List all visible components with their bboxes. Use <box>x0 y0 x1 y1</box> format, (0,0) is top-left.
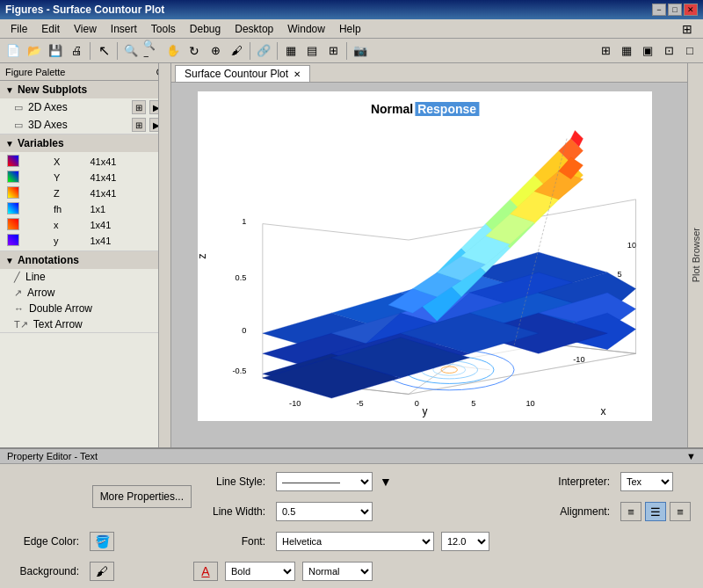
minimize-button[interactable]: − <box>652 4 666 16</box>
svg-text:0: 0 <box>415 399 419 408</box>
save-button[interactable]: 💾 <box>46 41 65 61</box>
var-x-icon <box>7 218 19 230</box>
layout2-button[interactable]: ▦ <box>617 41 636 61</box>
more-properties-button[interactable]: More Properties... <box>92 485 192 508</box>
plot-container: Normal Response y x z -10 -5 0 5 10 <box>198 91 652 421</box>
grid-button[interactable]: ⊞ <box>323 41 343 61</box>
figure-tabs: Surface Countour Plot ✕ <box>171 63 687 83</box>
select-button[interactable]: ↖ <box>94 41 113 61</box>
background-color-button[interactable]: 🖌 <box>90 562 114 581</box>
pan-button[interactable]: ✋ <box>163 41 183 61</box>
text-arrow-icon: T↗ <box>14 319 28 330</box>
var-row-X[interactable]: X 41x41 <box>4 154 167 170</box>
font-size-select[interactable]: 12.0 10.0 14.0 <box>441 532 489 551</box>
brush-button[interactable]: 🖌 <box>227 41 246 61</box>
paint-bucket-icon: 🪣 <box>95 534 110 548</box>
zoom-out-button[interactable]: 🔍− <box>142 41 162 61</box>
maximize-button[interactable]: □ <box>668 4 682 16</box>
var-row-x[interactable]: x 1x41 <box>4 217 167 233</box>
screenshot-button[interactable]: 📷 <box>351 41 370 61</box>
annotations-section: ▼ Annotations ╱ Line ↗ Arrow ↔ Double Ar… <box>0 251 170 333</box>
var-row-Y[interactable]: Y 41x41 <box>4 170 167 185</box>
svg-text:0: 0 <box>242 326 246 335</box>
3d-axes-item[interactable]: ▭ 3D Axes ⊞ ▶ <box>0 116 170 134</box>
menu-window[interactable]: Window <box>280 21 332 37</box>
double-arrow-item[interactable]: ↔ Double Arrow <box>0 301 170 316</box>
menu-edit[interactable]: Edit <box>34 21 67 37</box>
line-style-label: Line Style: <box>193 475 272 488</box>
menu-tools[interactable]: Tools <box>144 21 183 37</box>
separator-2 <box>117 42 118 60</box>
var-X-name: X <box>50 154 86 170</box>
open-button[interactable]: 📂 <box>25 41 44 61</box>
var-row-y[interactable]: y 1x41 <box>4 233 167 249</box>
align-left-button[interactable]: ≡ <box>620 502 641 521</box>
data-cursor-button[interactable]: ⊕ <box>206 41 225 61</box>
property-editor-header: Property Editor - Text ▼ <box>0 449 703 464</box>
layout5-button[interactable]: □ <box>680 41 699 61</box>
font-label: Font: <box>193 535 272 548</box>
variables-header[interactable]: ▼ Variables <box>0 134 170 152</box>
layout3-button[interactable]: ▣ <box>638 41 657 61</box>
interpreter-select[interactable]: Tex LaTeX None <box>620 472 673 491</box>
line-style-select[interactable]: —————— - - - - - · · · · · None <box>276 472 373 491</box>
3d-grid-icon[interactable]: ⊞ <box>132 118 146 132</box>
link-button[interactable]: 🔗 <box>254 41 273 61</box>
property-editor-body: Line Style: —————— - - - - - · · · · · N… <box>0 464 703 588</box>
line-icon: ╱ <box>14 272 20 283</box>
line-style-dropdown-icon[interactable]: ▼ <box>380 475 392 489</box>
var-row-Z[interactable]: Z 41x41 <box>4 185 167 201</box>
text-arrow-label: Text Arrow <box>33 318 83 330</box>
alignment-control: Alignment: ≡ ☰ ≡ <box>538 502 696 521</box>
font-color-button[interactable]: A <box>193 562 218 581</box>
new-subplots-header[interactable]: ▼ New Subplots <box>0 81 170 98</box>
figure-tab[interactable]: Surface Countour Plot ✕ <box>175 65 310 82</box>
2d-axes-label: 2D Axes <box>28 101 68 113</box>
var-fh-name: fh <box>50 201 86 217</box>
edge-color-button[interactable]: 🪣 <box>90 532 114 551</box>
plot-browser[interactable]: Plot Browser <box>687 63 703 447</box>
svg-text:x: x <box>601 405 606 417</box>
double-arrow-label: Double Arrow <box>29 302 92 315</box>
menu-desktop[interactable]: Desktop <box>228 21 280 37</box>
2d-axes-item[interactable]: ▭ 2D Axes ⊞ ▶ <box>0 98 170 116</box>
separator-1 <box>90 42 91 60</box>
menu-help[interactable]: Help <box>332 21 368 37</box>
align-center-button[interactable]: ☰ <box>645 502 666 521</box>
text-arrow-item[interactable]: T↗ Text Arrow <box>0 316 170 332</box>
insert-legend-button[interactable]: ▤ <box>302 41 322 61</box>
close-button[interactable]: ✕ <box>684 4 698 16</box>
insert-colorbar-button[interactable]: ▦ <box>281 41 301 61</box>
palette-scrollbar[interactable] <box>158 63 170 447</box>
tile-button[interactable]: ⊞ <box>596 41 615 61</box>
font-style-select[interactable]: Normal Italic <box>302 562 373 581</box>
svg-text:-10: -10 <box>289 399 301 408</box>
line-width-select[interactable]: 0.5 1.0 2.0 <box>276 502 373 521</box>
figure-canvas[interactable]: Normal Response y x z -10 -5 0 5 10 <box>171 83 687 447</box>
arrow-icon: ↗ <box>14 287 22 299</box>
rotate-button[interactable]: ↻ <box>185 41 204 61</box>
layout4-button[interactable]: ⊡ <box>659 41 678 61</box>
2d-grid-icon[interactable]: ⊞ <box>132 100 146 114</box>
font-weight-select[interactable]: Bold Normal <box>225 562 295 581</box>
menu-debug[interactable]: Debug <box>183 21 228 37</box>
variables-section: ▼ Variables X 41x41 Y 41x41 <box>0 134 170 251</box>
property-editor-collapse-icon[interactable]: ▼ <box>686 451 696 461</box>
var-Y-icon <box>7 171 19 183</box>
annotations-header[interactable]: ▼ Annotations <box>0 251 170 269</box>
menu-insert[interactable]: Insert <box>104 21 144 37</box>
line-item[interactable]: ╱ Line <box>0 269 170 285</box>
print-button[interactable]: 🖨 <box>67 41 86 61</box>
menu-file[interactable]: File <box>4 21 34 37</box>
new-figure-button[interactable]: 📄 <box>4 41 23 61</box>
more-properties-container: More Properties... <box>7 485 192 508</box>
align-right-button[interactable]: ≡ <box>670 502 691 521</box>
arrow-item[interactable]: ↗ Arrow <box>0 285 170 301</box>
menu-view[interactable]: View <box>67 21 104 37</box>
var-row-fh[interactable]: fh 1x1 <box>4 201 167 217</box>
zoom-in-button[interactable]: 🔍 <box>121 41 141 61</box>
tab-close-icon[interactable]: ✕ <box>294 69 301 79</box>
font-select[interactable]: Helvetica Arial Times New Roman <box>276 532 434 551</box>
svg-text:-10: -10 <box>573 355 584 364</box>
separator-3 <box>250 42 250 60</box>
